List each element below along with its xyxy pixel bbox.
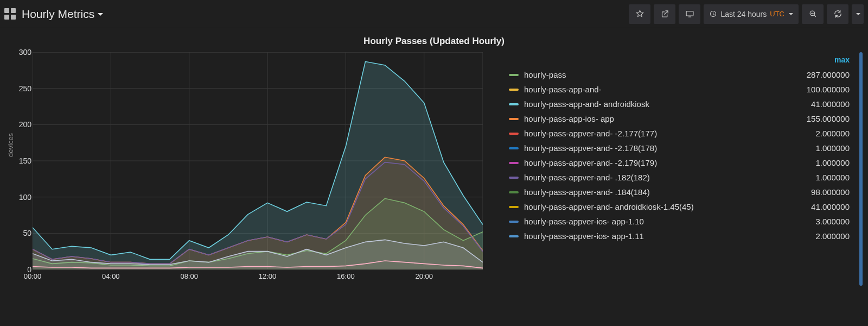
legend: max hourly-pass287.000000hourly-pass-app… [505,52,863,286]
header-right: Last 24 hours UTC [629,4,864,24]
legend-series-name: hourly-pass-appver-and- .184(184) [524,187,790,197]
panel-title: Hourly Passes (Updated Hourly) [5,36,863,47]
panel-body: devices 050100150200250300 00:0004:0008:… [5,52,863,286]
y-tick-label: 100 [10,193,31,202]
x-tick-label: 00:00 [24,272,42,280]
dashboard-title-dropdown[interactable]: Hourly Metrics [22,8,103,21]
timezone-label: UTC [770,10,784,18]
x-tick-label: 16:00 [337,272,355,280]
legend-swatch [509,235,519,237]
refresh-icon [833,9,843,18]
y-tick-label: 150 [10,156,31,165]
legend-row[interactable]: hourly-pass-appver-and- .182(182)1.00000… [505,170,863,185]
legend-series-max: 1.000000 [790,158,850,167]
y-tick-label: 250 [10,84,31,93]
app-header: Hourly Metrics Last 24 hours UTC [0,0,868,28]
clock-icon [709,10,717,18]
header-left: Hourly Metrics [4,8,103,21]
legend-series-max: 41.000000 [790,99,850,109]
legend-series-name: hourly-pass-appver-and- -2.178(178) [524,143,790,153]
legend-series-max: 2.000000 [790,129,850,138]
time-range-label: Last 24 hours [720,10,767,18]
legend-swatch [509,147,519,149]
chart-plot-area [33,52,483,269]
x-tick-label: 20:00 [415,272,433,280]
legend-swatch [509,103,519,105]
legend-series-max: 100.000000 [790,85,850,94]
legend-row[interactable]: hourly-pass-appver-ios- app-1.112.000000 [505,229,863,243]
legend-swatch [509,89,519,91]
legend-series-name: hourly-pass-app-and- [524,85,790,94]
legend-scrollbar[interactable] [859,52,863,286]
legend-series-name: hourly-pass-appver-ios- app-1.11 [524,231,790,241]
legend-row[interactable]: hourly-pass-appver-and- .184(184)98.0000… [505,185,863,199]
legend-series-max: 155.000000 [790,114,850,123]
legend-swatch [509,177,519,179]
chevron-down-icon [98,13,103,18]
legend-series-name: hourly-pass-app-and- androidkiosk [524,99,790,109]
legend-swatch [509,133,519,135]
x-tick-label: 12:00 [259,272,277,280]
legend-row[interactable]: hourly-pass-appver-and- androidkiosk-1.4… [505,199,863,214]
x-tick-label: 08:00 [180,272,198,280]
svg-rect-0 [686,11,693,16]
time-range-picker[interactable]: Last 24 hours UTC [704,4,799,24]
y-axis-label: devices [7,133,15,157]
y-tick-label: 200 [10,120,31,129]
chart[interactable]: devices 050100150200250300 00:0004:0008:… [5,52,488,286]
share-button[interactable] [654,4,675,24]
chevron-down-icon [856,13,860,17]
legend-series-max: 3.000000 [790,217,850,226]
legend-swatch [509,74,519,76]
legend-series-max: 41.000000 [790,202,850,211]
dashboard-grid-icon[interactable] [4,8,16,20]
refresh-button[interactable] [827,4,848,24]
legend-series-max: 2.000000 [790,231,850,241]
chart-column: devices 050100150200250300 00:0004:0008:… [5,52,488,286]
legend-series-name: hourly-pass-appver-and- -2.179(179) [524,158,790,167]
legend-series-max: 1.000000 [790,143,850,153]
legend-swatch [509,206,519,208]
zoom-out-button[interactable] [802,4,824,24]
legend-row[interactable]: hourly-pass-app-and-100.000000 [505,82,863,97]
refresh-interval-dropdown[interactable] [852,4,864,24]
chevron-down-icon [789,13,793,17]
legend-sort-max[interactable]: max [834,55,850,64]
legend-swatch [509,118,519,120]
legend-swatch [509,162,519,164]
legend-series-name: hourly-pass-appver-ios- app-1.10 [524,217,790,226]
legend-row[interactable]: hourly-pass287.000000 [505,67,863,82]
legend-row[interactable]: hourly-pass-appver-and- -2.178(178)1.000… [505,141,863,155]
legend-row[interactable]: hourly-pass-appver-and- -2.177(177)2.000… [505,126,863,141]
dashboard-title: Hourly Metrics [22,8,94,21]
legend-swatch [509,191,519,193]
legend-series-name: hourly-pass-appver-and- .182(182) [524,173,790,182]
panel: Hourly Passes (Updated Hourly) devices 0… [0,28,868,286]
y-tick-label: 50 [10,229,31,237]
legend-series-name: hourly-pass-app-ios- app [524,114,790,123]
x-tick-label: 04:00 [102,272,120,280]
tv-mode-button[interactable] [679,4,700,24]
legend-series-max: 98.000000 [790,187,850,197]
monitor-icon [685,9,694,18]
legend-series-name: hourly-pass [524,70,790,79]
legend-series-name: hourly-pass-appver-and- -2.177(177) [524,129,790,138]
legend-header: max [505,52,863,67]
star-button[interactable] [629,4,650,24]
legend-series-max: 1.000000 [790,173,850,182]
share-icon [660,9,669,18]
legend-row[interactable]: hourly-pass-appver-and- -2.179(179)1.000… [505,155,863,170]
legend-row[interactable]: hourly-pass-appver-ios- app-1.103.000000 [505,214,863,229]
legend-rows: hourly-pass287.000000hourly-pass-app-and… [505,67,863,243]
legend-swatch [509,221,519,223]
legend-series-max: 287.000000 [790,70,850,79]
legend-row[interactable]: hourly-pass-app-and- androidkiosk41.0000… [505,97,863,111]
star-icon [635,9,644,18]
legend-row[interactable]: hourly-pass-app-ios- app155.000000 [505,111,863,126]
y-tick-label: 300 [10,48,31,57]
legend-series-name: hourly-pass-appver-and- androidkiosk-1.4… [524,202,790,211]
zoom-out-icon [808,9,818,18]
